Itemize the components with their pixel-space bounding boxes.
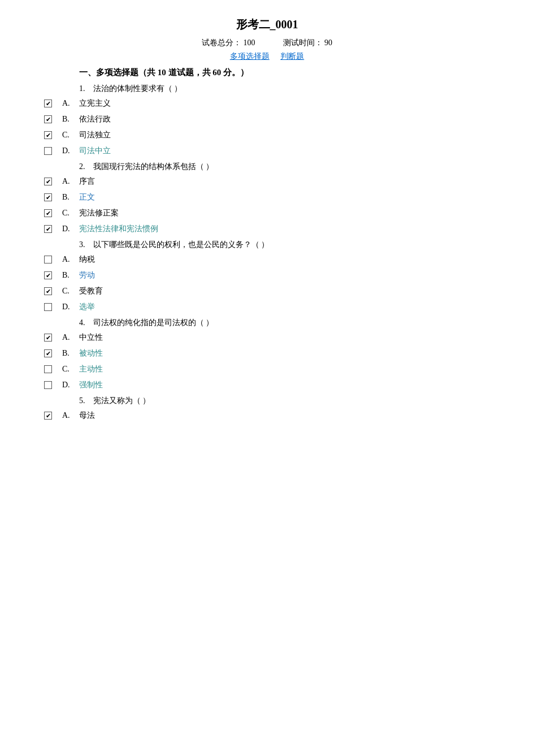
questions-container: 1. 法治的体制性要求有（ ）A.立宪主义B.依法行政C.司法独立D.司法中立2… [0,84,534,421]
checkbox-area-4-3 [34,365,62,373]
option-row-4-1: A.中立性 [34,332,534,343]
option-text-q1c: 司法独立 [79,130,111,140]
checkbox-q4c[interactable] [44,365,52,373]
option-text-q1b: 依法行政 [79,114,111,124]
option-row-3-2: B.劳动 [34,270,534,280]
section1-title: 一、多项选择题（共 10 道试题，共 60 分。） [79,67,534,78]
option-label-q1a: A. [62,99,79,108]
question-text-1: 1. 法治的体制性要求有（ ） [79,84,534,94]
option-label-q2d: D. [62,224,79,234]
checkbox-q2a[interactable] [44,178,52,185]
option-label-q4c: C. [62,365,79,374]
checkbox-q2b[interactable] [44,193,52,201]
option-label-q3a: A. [62,255,79,264]
option-label-q2a: A. [62,177,79,186]
checkbox-q1d[interactable] [44,147,52,155]
option-text-q2b: 正文 [79,192,95,202]
checkbox-area-1-4 [34,147,62,155]
checkbox-q3d[interactable] [44,303,52,311]
exam-title: 形考二_0001 [0,17,534,32]
nav-multi-choice[interactable]: 多项选择题 [230,52,270,61]
checkbox-area-4-4 [34,381,62,389]
checkbox-area-5-1 [34,412,62,420]
option-text-q2a: 序言 [79,176,95,187]
question-block-5: 5. 宪法又称为（ ）A.母法 [0,396,534,421]
option-label-q3d: D. [62,303,79,312]
question-text-5: 5. 宪法又称为（ ） [79,396,534,406]
option-text-q2c: 宪法修正案 [79,208,119,218]
option-row-4-2: B.被动性 [34,348,534,358]
question-block-2: 2. 我国现行宪法的结构体系包括（ ）A.序言B.正文C.宪法修正案D.宪法性法… [0,162,534,234]
checkbox-area-1-3 [34,131,62,139]
checkbox-q4a[interactable] [44,334,52,342]
option-row-4-3: C.主动性 [34,364,534,374]
option-row-1-2: B.依法行政 [34,114,534,124]
option-row-1-4: D.司法中立 [34,146,534,156]
option-text-q3a: 纳税 [79,254,95,265]
checkbox-q2c[interactable] [44,209,52,217]
checkbox-q1a[interactable] [44,100,52,107]
option-text-q5a: 母法 [79,411,95,421]
option-label-q1d: D. [62,146,79,155]
checkbox-area-3-2 [34,271,62,279]
option-text-q4a: 中立性 [79,332,103,343]
option-label-q4b: B. [62,349,79,358]
checkbox-area-3-4 [34,303,62,311]
option-row-5-1: A.母法 [34,411,534,421]
option-label-q5a: A. [62,411,79,420]
option-label-q2b: B. [62,193,79,202]
option-row-2-3: C.宪法修正案 [34,208,534,218]
option-row-2-2: B.正文 [34,192,534,202]
option-text-q1a: 立宪主义 [79,98,111,109]
checkbox-area-4-2 [34,349,62,357]
checkbox-area-2-1 [34,178,62,185]
checkbox-area-2-4 [34,225,62,233]
option-text-q2d: 宪法性法律和宪法惯例 [79,224,158,234]
option-label-q1b: B. [62,115,79,124]
total-score-label: 试卷总分： [202,38,241,47]
option-label-q4a: A. [62,333,79,342]
test-time-label: 测试时间： [283,38,323,47]
checkbox-q3a[interactable] [44,256,52,263]
checkbox-area-1-2 [34,115,62,123]
option-label-q1c: C. [62,131,79,140]
option-label-q3c: C. [62,287,79,296]
question-block-1: 1. 法治的体制性要求有（ ）A.立宪主义B.依法行政C.司法独立D.司法中立 [0,84,534,156]
option-row-3-3: C.受教育 [34,286,534,296]
checkbox-q1c[interactable] [44,131,52,139]
option-text-q1d: 司法中立 [79,146,111,156]
exam-meta: 试卷总分： 100 测试时间： 90 [0,38,534,48]
option-row-2-4: D.宪法性法律和宪法惯例 [34,224,534,234]
page-container: 形考二_0001 试卷总分： 100 测试时间： 90 多项选择题 判断题 一、… [0,0,534,449]
question-text-3: 3. 以下哪些既是公民的权利，也是公民的义务？（ ） [79,240,534,250]
checkbox-area-4-1 [34,334,62,342]
checkbox-q3b[interactable] [44,271,52,279]
checkbox-q2d[interactable] [44,225,52,233]
option-text-q3c: 受教育 [79,286,103,296]
option-label-q4d: D. [62,381,79,390]
test-time-value: 90 [324,38,332,47]
option-row-1-1: A.立宪主义 [34,98,534,109]
checkbox-q4b[interactable] [44,349,52,357]
exam-header: 形考二_0001 试卷总分： 100 测试时间： 90 多项选择题 判断题 [0,17,534,62]
option-text-q3d: 选举 [79,302,95,312]
checkbox-area-2-3 [34,209,62,217]
option-row-2-1: A.序言 [34,176,534,187]
option-label-q2c: C. [62,209,79,218]
checkbox-q5a[interactable] [44,412,52,420]
checkbox-q1b[interactable] [44,115,52,123]
checkbox-area-3-3 [34,287,62,295]
checkbox-area-2-2 [34,193,62,201]
checkbox-q3c[interactable] [44,287,52,295]
question-block-3: 3. 以下哪些既是公民的权利，也是公民的义务？（ ）A.纳税B.劳动C.受教育D… [0,240,534,312]
question-block-4: 4. 司法权的纯化指的是司法权的（ ）A.中立性B.被动性C.主动性D.强制性 [0,318,534,390]
nav-judge[interactable]: 判断题 [280,52,304,61]
checkbox-area-3-1 [34,256,62,263]
checkbox-area-1-1 [34,100,62,107]
option-row-3-1: A.纳税 [34,254,534,265]
option-label-q3b: B. [62,271,79,280]
option-text-q4b: 被动性 [79,348,103,358]
option-text-q3b: 劳动 [79,270,95,280]
checkbox-q4d[interactable] [44,381,52,389]
exam-nav: 多项选择题 判断题 [0,51,534,62]
